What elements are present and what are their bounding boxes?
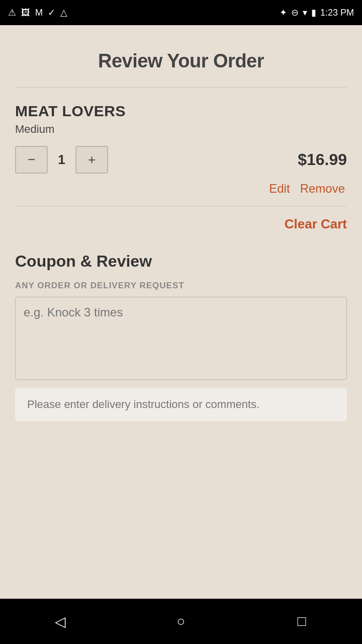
clear-cart-section: Clear Cart [0,206,362,247]
back-nav-button[interactable]: ◁ [45,606,75,636]
warning-icon: ⚠ [8,7,16,18]
order-item: MEAT LOVERS Medium − 1 + $16.99 Edit Rem… [0,88,362,206]
status-icons-right: ✦ ⊖ ▾ ▮ 1:23 PM [280,7,354,18]
clear-cart-button[interactable]: Clear Cart [285,216,347,232]
decrease-quantity-button[interactable]: − [15,146,48,174]
delivery-hint: Please enter delivery instructions or co… [15,388,347,421]
bottom-nav: ◁ ○ □ [0,599,362,644]
coupon-section: Coupon & Review ANY ORDER OR DELIVERY RE… [0,247,362,431]
quantity-value: 1 [48,152,75,168]
item-price: $16.99 [298,150,347,169]
wifi-icon: ▾ [303,7,307,18]
page-title: Review Your Order [0,25,362,87]
quantity-controls: − 1 + [15,146,108,174]
clock: 1:23 PM [320,8,354,18]
cloud-icon: △ [60,7,67,18]
coupon-section-title: Coupon & Review [15,252,347,271]
item-name: MEAT LOVERS [15,103,347,120]
item-actions: Edit Remove [15,182,347,196]
recent-apps-nav-button[interactable]: □ [287,606,317,636]
delivery-label: ANY ORDER OR DELIVERY REQUEST [15,281,347,291]
email-icon: M [35,8,43,18]
main-content: Review Your Order MEAT LOVERS Medium − 1… [0,25,362,599]
check-icon: ✓ [48,7,55,18]
delivery-instructions-input[interactable] [15,297,347,380]
remove-item-link[interactable]: Remove [300,182,345,196]
edit-item-link[interactable]: Edit [269,182,290,196]
item-size: Medium [15,123,347,136]
minus-circle-icon: ⊖ [291,7,299,18]
item-controls: − 1 + $16.99 [15,146,347,174]
image-icon: 🖼 [21,8,30,18]
status-bar: ⚠ 🖼 M ✓ △ ✦ ⊖ ▾ ▮ 1:23 PM [0,0,362,25]
battery-icon: ▮ [311,7,316,18]
increase-quantity-button[interactable]: + [75,146,108,174]
bluetooth-icon: ✦ [280,7,287,18]
status-icons-left: ⚠ 🖼 M ✓ △ [8,7,67,18]
home-nav-button[interactable]: ○ [166,606,196,636]
